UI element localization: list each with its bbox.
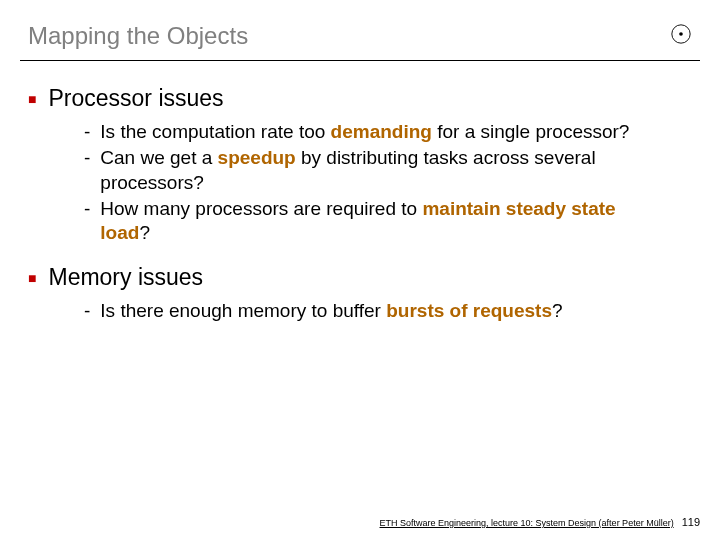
bullet-icon: ■ (28, 271, 36, 285)
logo-icon (670, 23, 692, 49)
list-item: - How many processors are required to ma… (84, 197, 692, 246)
divider (20, 60, 700, 61)
section-heading: Memory issues (48, 264, 203, 291)
svg-point-1 (679, 32, 683, 36)
page-number: 119 (682, 516, 700, 528)
page-title: Mapping the Objects (28, 22, 248, 50)
section-heading: Processor issues (48, 85, 223, 112)
list-item: - Is the computation rate too demanding … (84, 120, 692, 144)
list-item: - Can we get a speedup by distributing t… (84, 146, 692, 195)
list-item: - Is there enough memory to buffer burst… (84, 299, 692, 323)
footer-text: ETH Software Engineering, lecture 10: Sy… (380, 518, 674, 528)
bullet-icon: ■ (28, 92, 36, 106)
slide-content: ■ Processor issues - Is the computation … (0, 85, 720, 323)
